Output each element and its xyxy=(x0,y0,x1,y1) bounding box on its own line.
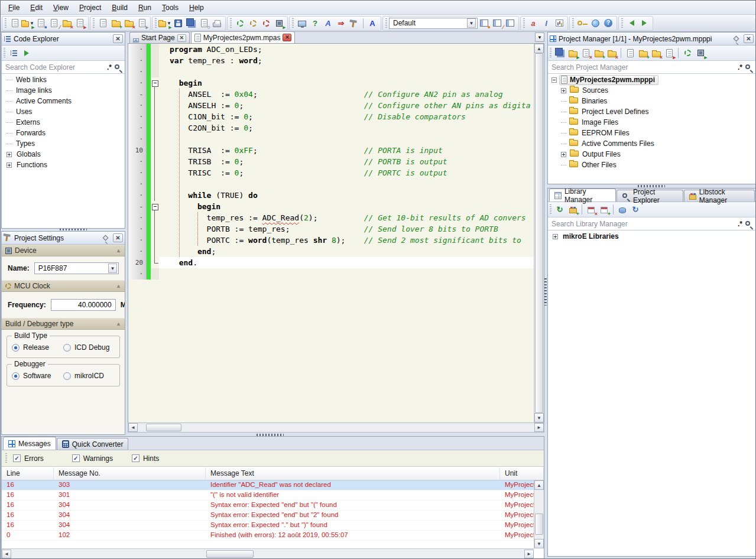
help-icon[interactable]: ? xyxy=(602,17,615,30)
tab-quick-converter[interactable]: Quick Converter xyxy=(57,438,129,450)
menu-view[interactable]: View xyxy=(48,2,74,14)
message-row[interactable]: 16304Syntax error: Expected "." but ")" … xyxy=(2,521,544,531)
save-all-icon[interactable] xyxy=(184,17,197,30)
tab-start-page[interactable]: Start Page✕ xyxy=(129,32,190,43)
active-comment-l-icon[interactable]: l xyxy=(540,17,553,30)
menu-edit[interactable]: Edit xyxy=(25,2,48,14)
tree-item-image-files[interactable]: Image Files xyxy=(548,117,755,128)
code-line[interactable]: 10 TRISA := 0xFF; // PORTA is input xyxy=(128,145,534,156)
license-key-icon[interactable] xyxy=(576,17,589,30)
locate-declaration-icon[interactable] xyxy=(20,47,33,60)
close-icon[interactable]: ✕ xyxy=(113,34,123,43)
close-project-files-icon[interactable]: × xyxy=(579,47,592,60)
expander-icon[interactable]: + xyxy=(561,152,566,157)
search-icon[interactable] xyxy=(745,64,750,69)
pin-icon[interactable] xyxy=(731,34,741,43)
close-icon[interactable]: ✕ xyxy=(744,34,754,43)
menu-run[interactable]: Run xyxy=(133,2,157,14)
tab-messages[interactable]: Messages xyxy=(3,437,56,450)
radio-button[interactable] xyxy=(12,372,20,380)
project-manager-search-input[interactable] xyxy=(550,63,735,72)
regex-toggle[interactable]: .* xyxy=(107,63,112,72)
recent-files-icon[interactable]: ▸ xyxy=(135,17,148,30)
scroll-left-icon[interactable]: ◄ xyxy=(2,550,11,558)
scroll-right-icon[interactable]: ► xyxy=(534,423,544,432)
tab-close-icon[interactable]: ✕ xyxy=(283,34,291,41)
open-file-icon[interactable]: + xyxy=(109,17,122,30)
splitter-handle[interactable] xyxy=(544,278,547,306)
code-line[interactable]: · while (TRUE) do xyxy=(128,190,534,201)
checkbox-icon[interactable]: ✓ xyxy=(72,454,80,462)
radio-button[interactable] xyxy=(63,344,71,352)
code-line[interactable]: ·program ADC_on_LEDs; xyxy=(128,44,534,55)
tab-list-dropdown-icon[interactable]: ▼ xyxy=(535,32,544,42)
fold-margin[interactable] xyxy=(151,201,159,212)
build-icon[interactable] xyxy=(233,17,246,30)
code-line[interactable]: · xyxy=(128,178,534,190)
sidebar-item-functions[interactable]: +Functions xyxy=(2,160,125,170)
open-project-icon[interactable]: ▸▼ xyxy=(21,17,34,30)
package-manager-icon[interactable]: + xyxy=(566,203,579,216)
column-header-message-text[interactable]: Message Text xyxy=(206,467,500,480)
sidebar-item-active-comments[interactable]: Active Comments xyxy=(2,96,125,106)
code-line[interactable]: · PORTB := temp_res; // Send lover 8 bit… xyxy=(128,223,534,235)
tab-myprojectes2pwm-mpas[interactable]: MyProjectes2pwm.mpas✕ xyxy=(191,31,296,43)
navigate-back-icon[interactable] xyxy=(625,17,638,30)
frequency-input[interactable] xyxy=(51,299,116,311)
program-icon[interactable]: ▸ xyxy=(272,17,285,30)
column-header-message-no-[interactable]: Message No. xyxy=(54,467,206,480)
menu-help[interactable]: Help xyxy=(184,2,209,14)
code-line[interactable]: · end; xyxy=(128,246,534,257)
program-icon[interactable]: ▸ xyxy=(694,47,707,60)
code-line[interactable]: · begin xyxy=(128,77,534,89)
remove-project-icon[interactable]: × xyxy=(605,47,618,60)
code-line[interactable]: · ANSELH := 0; // Configure other AN pin… xyxy=(128,100,534,111)
scrollbar-thumb[interactable] xyxy=(146,424,181,431)
scroll-down-icon[interactable]: ▼ xyxy=(534,413,544,422)
code-line[interactable]: · C1ON_bit := 0; // Disable comparators xyxy=(128,111,534,122)
calendar-add-icon[interactable]: + xyxy=(598,203,611,216)
code-line[interactable]: · xyxy=(128,66,534,77)
chevron-down-icon[interactable]: ▼ xyxy=(467,18,476,28)
refresh-libraries-icon[interactable]: ↻ xyxy=(553,203,566,216)
code-line[interactable]: · xyxy=(128,268,534,280)
export-project-icon[interactable]: ▸ xyxy=(663,47,676,60)
debugger-option-mikroicd[interactable]: mikroICD xyxy=(63,372,115,380)
calendar-remove-icon[interactable]: × xyxy=(585,203,598,216)
save-icon[interactable] xyxy=(171,17,184,30)
code-line[interactable]: - ANSEL := 0x04; // Configure AN2 pin as… xyxy=(128,89,534,100)
splitter-handle[interactable] xyxy=(60,229,87,230)
expander-icon[interactable]: + xyxy=(7,152,12,157)
code-line[interactable]: · temp_res := ADC_Read(2); // Get 10-bit… xyxy=(128,212,534,223)
filter-hints[interactable]: ✓Hints xyxy=(132,454,159,463)
message-row[interactable]: 16301"(" is not valid identifierMyProjec… xyxy=(2,490,544,500)
scroll-down-icon[interactable]: ▼ xyxy=(534,539,544,548)
regex-toggle[interactable]: .* xyxy=(738,220,742,228)
export-code-icon[interactable]: ⇒ xyxy=(335,17,348,30)
layout-window-icon[interactable] xyxy=(504,17,517,30)
scroll-up-icon[interactable]: ▲ xyxy=(534,480,544,490)
add-file-to-project-icon[interactable]: + xyxy=(637,47,650,60)
pin-icon[interactable] xyxy=(100,233,111,242)
message-row[interactable]: 16303Identifier "ADC_Read" was not decla… xyxy=(2,480,544,490)
mikroe-website-icon[interactable] xyxy=(589,17,602,30)
code-assistant-icon[interactable]: A xyxy=(322,17,335,30)
scroll-right-icon[interactable]: ► xyxy=(524,550,534,558)
menu-tools[interactable]: Tools xyxy=(157,2,184,14)
checkbox-icon[interactable]: ✓ xyxy=(132,454,139,462)
new-file-icon[interactable] xyxy=(96,17,109,30)
library-database-icon[interactable] xyxy=(616,203,629,216)
debugger-option-software[interactable]: Software xyxy=(12,372,63,380)
splitter-handle[interactable] xyxy=(638,185,665,187)
scroll-left-icon[interactable]: ◄ xyxy=(128,423,138,432)
sidebar-item-globals[interactable]: +Globals xyxy=(2,149,125,160)
code-line[interactable]: · PORTC := word(temp_res shr 8); // Send… xyxy=(128,235,534,246)
scrollbar-thumb[interactable] xyxy=(206,550,254,558)
code-line[interactable]: · C2ON_bit := 0; xyxy=(128,122,534,134)
find-icon[interactable]: ○ xyxy=(197,17,210,30)
options-icon[interactable]: A xyxy=(366,17,379,30)
scroll-up-icon[interactable]: ▲ xyxy=(534,44,544,53)
message-row[interactable]: 16304Syntax error: Expected "end" but "(… xyxy=(2,500,544,511)
expander-icon[interactable]: + xyxy=(561,88,566,93)
tab-close-icon[interactable]: ✕ xyxy=(177,34,186,42)
